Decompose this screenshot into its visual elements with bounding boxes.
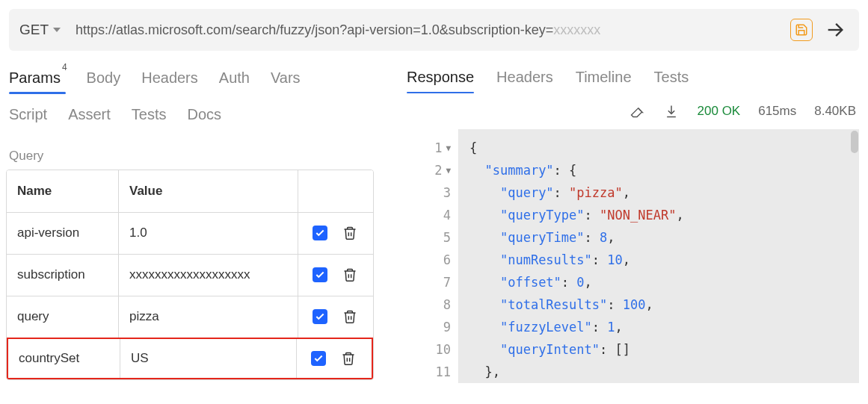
tab-timeline[interactable]: Timeline: [576, 69, 632, 92]
param-row-subscription: subscription xxxxxxxxxxxxxxxxxxx: [7, 254, 373, 296]
response-meta: 200 OK 615ms 8.40KB: [629, 103, 856, 119]
query-section-label: Query: [6, 149, 374, 164]
url-masked: xxxxxxx: [553, 22, 600, 37]
chevron-down-icon: [53, 28, 61, 32]
scrollbar-thumb[interactable]: [851, 131, 858, 153]
send-button[interactable]: [822, 16, 849, 43]
response-body: 1 ▼ 2 ▼ 3 4 5 6 7 8 9 10 11 { "summary":…: [407, 129, 859, 383]
clear-response-button[interactable]: [629, 103, 645, 119]
param-delete-button[interactable]: [341, 224, 359, 242]
param-actions: [298, 255, 373, 296]
param-name[interactable]: subscription: [7, 255, 119, 296]
param-enabled-checkbox[interactable]: [313, 226, 327, 240]
fold-triangle-icon[interactable]: ▼: [446, 143, 451, 153]
param-enabled-checkbox[interactable]: [311, 351, 326, 366]
header-value: Value: [119, 170, 298, 212]
param-table-header: Name Value: [7, 170, 373, 212]
tab-tests[interactable]: Tests: [132, 106, 167, 129]
param-value[interactable]: 1.0: [119, 213, 298, 254]
response-json[interactable]: { "summary": { "query": "pizza", "queryT…: [459, 129, 859, 383]
trash-icon: [341, 350, 356, 367]
tab-script[interactable]: Script: [9, 106, 47, 129]
trash-icon: [342, 308, 357, 325]
method-selector[interactable]: GET: [19, 22, 67, 38]
scrollbar[interactable]: [849, 129, 859, 383]
url-input[interactable]: https://atlas.microsoft.com/search/fuzzy…: [76, 22, 781, 38]
param-enabled-checkbox[interactable]: [313, 267, 327, 282]
tab-assert[interactable]: Assert: [68, 106, 111, 129]
check-icon: [315, 270, 325, 280]
param-actions: [298, 296, 373, 338]
request-url-bar: GET https://atlas.microsoft.com/search/f…: [9, 9, 859, 51]
tab-response-tests[interactable]: Tests: [654, 69, 689, 92]
download-icon: [664, 104, 679, 119]
param-actions: [297, 339, 372, 378]
param-actions: [298, 213, 373, 254]
param-value[interactable]: pizza: [119, 296, 298, 338]
response-panel: Response Headers Timeline Tests 200 OK 6…: [404, 69, 868, 383]
param-name[interactable]: api-version: [7, 213, 119, 254]
line-gutter: 1 ▼ 2 ▼ 3 4 5 6 7 8 9 10 11: [407, 129, 459, 383]
header-name: Name: [7, 170, 119, 212]
check-icon: [315, 311, 325, 322]
eraser-icon: [630, 104, 644, 119]
download-response-button[interactable]: [663, 103, 680, 119]
request-tabs-row1: Params4 Body Headers Auth Vars: [6, 69, 404, 93]
param-delete-button[interactable]: [341, 266, 359, 284]
param-enabled-checkbox[interactable]: [313, 309, 327, 324]
param-delete-button[interactable]: [341, 308, 359, 326]
request-panel: Params4 Body Headers Auth Vars Script As…: [0, 69, 404, 383]
param-row-api-version: api-version 1.0: [7, 212, 373, 254]
param-delete-button[interactable]: [339, 349, 357, 367]
header-actions: [298, 170, 373, 212]
param-value[interactable]: US: [120, 339, 297, 378]
param-name[interactable]: countrySet: [8, 339, 120, 378]
param-name[interactable]: query: [7, 296, 119, 338]
tab-response[interactable]: Response: [407, 69, 474, 92]
save-button[interactable]: [790, 19, 813, 41]
tab-headers[interactable]: Headers: [141, 69, 198, 93]
save-icon: [795, 23, 808, 37]
response-tabs: Response Headers Timeline Tests: [404, 69, 859, 92]
trash-icon: [342, 267, 357, 283]
query-section: Query Name Value api-version 1.0: [6, 149, 404, 380]
method-label: GET: [19, 22, 49, 38]
request-tabs-row2: Script Assert Tests Docs: [6, 106, 404, 129]
arrow-right-icon: [825, 19, 846, 40]
status-badge: 200 OK: [698, 104, 741, 119]
param-row-query: query pizza: [7, 296, 373, 338]
param-row-countryset: countrySet US: [7, 338, 373, 379]
response-size: 8.40KB: [814, 104, 856, 119]
query-param-table: Name Value api-version 1.0: [6, 170, 374, 380]
check-icon: [313, 353, 324, 364]
tab-params[interactable]: Params4: [9, 69, 66, 93]
tab-docs[interactable]: Docs: [188, 106, 222, 129]
check-icon: [315, 228, 325, 238]
tab-body[interactable]: Body: [87, 69, 121, 93]
response-time: 615ms: [758, 104, 796, 119]
fold-triangle-icon[interactable]: ▼: [446, 166, 451, 175]
tab-response-headers[interactable]: Headers: [496, 69, 553, 92]
trash-icon: [342, 225, 357, 241]
tab-auth[interactable]: Auth: [219, 69, 250, 93]
url-prefix: https://atlas.microsoft.com/search/fuzzy…: [76, 22, 553, 37]
param-value[interactable]: xxxxxxxxxxxxxxxxxxx: [119, 255, 298, 296]
tab-vars[interactable]: Vars: [271, 69, 301, 93]
